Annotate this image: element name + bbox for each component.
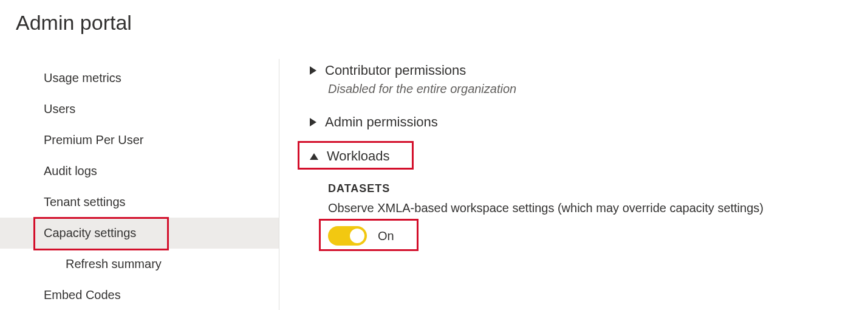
sidebar-item-audit-logs[interactable]: Audit logs (0, 156, 279, 187)
sidebar-item-premium-per-user[interactable]: Premium Per User (0, 125, 279, 156)
content-wrap: Usage metrics Users Premium Per User Aud… (0, 59, 868, 310)
section-subtitle: Disabled for the entire organization (328, 82, 868, 96)
chevron-right-icon (310, 118, 316, 126)
toggle-state-label: On (378, 229, 394, 243)
toggle-row: On (328, 226, 868, 246)
main-content: Contributor permissions Disabled for the… (279, 59, 868, 310)
section-admin-permissions: Admin permissions (310, 114, 868, 130)
sidebar-subitem-refresh-summary[interactable]: Refresh summary (0, 249, 279, 280)
toggle-knob (350, 229, 364, 243)
section-workloads: Workloads DATASETS Observe XMLA-based wo… (310, 148, 868, 246)
sidebar-item-embed-codes[interactable]: Embed Codes (0, 280, 279, 310)
sidebar-item-usage-metrics[interactable]: Usage metrics (0, 63, 279, 94)
sidebar-item-label: Tenant settings (44, 195, 126, 208)
sidebar-item-label: Refresh summary (66, 257, 162, 270)
sidebar-item-label: Premium Per User (44, 133, 143, 146)
section-title: Admin permissions (325, 114, 438, 130)
chevron-right-icon (310, 66, 316, 75)
sidebar-item-tenant-settings[interactable]: Tenant settings (0, 187, 279, 218)
page-title: Admin portal (0, 0, 868, 35)
sidebar-item-label: Audit logs (44, 164, 97, 177)
sidebar-item-capacity-settings[interactable]: Capacity settings (0, 218, 279, 249)
sidebar-item-label: Embed Codes (44, 288, 121, 301)
sidebar-item-label: Users (44, 102, 75, 115)
xmla-toggle[interactable] (328, 226, 367, 246)
sidebar-item-label: Capacity settings (44, 226, 136, 239)
subsection-header-datasets: DATASETS (328, 182, 868, 195)
section-title: Contributor permissions (325, 63, 466, 78)
subsection-description: Observe XMLA-based workspace settings (w… (328, 201, 868, 215)
section-header-contributor[interactable]: Contributor permissions (310, 63, 868, 78)
chevron-up-icon (310, 153, 318, 160)
sidebar-item-label: Usage metrics (44, 71, 121, 84)
workloads-body: DATASETS Observe XMLA-based workspace se… (328, 182, 868, 246)
section-header-admin[interactable]: Admin permissions (310, 114, 868, 130)
section-contributor-permissions: Contributor permissions Disabled for the… (310, 63, 868, 96)
section-header-workloads[interactable]: Workloads (310, 148, 868, 164)
section-title: Workloads (327, 148, 390, 164)
sidebar: Usage metrics Users Premium Per User Aud… (0, 59, 279, 310)
sidebar-item-users[interactable]: Users (0, 94, 279, 125)
